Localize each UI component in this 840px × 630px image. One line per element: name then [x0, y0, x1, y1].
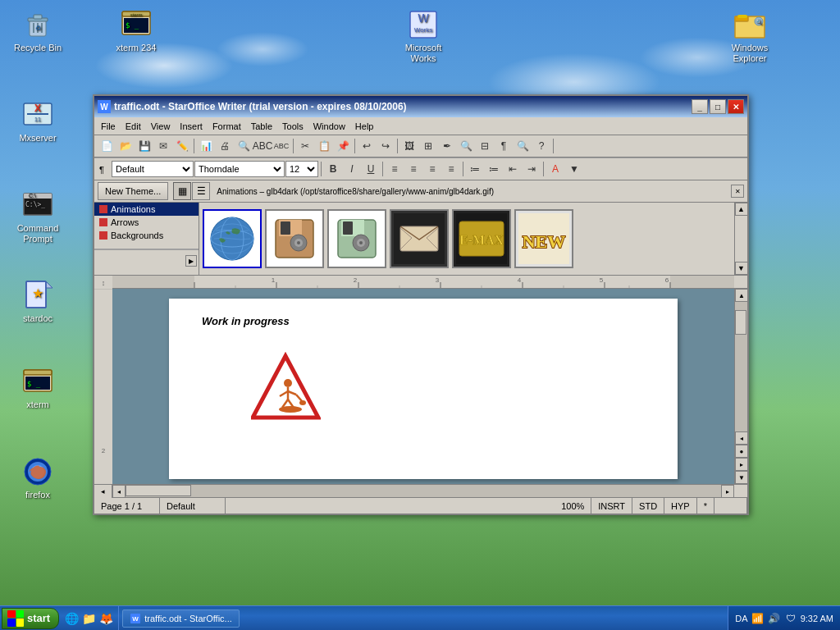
bold-btn[interactable]: B — [324, 160, 342, 178]
menu-table[interactable]: Table — [246, 120, 277, 133]
scroll-page-down-btn[interactable]: ▸ — [735, 458, 747, 471]
gallery-item-email[interactable] — [390, 209, 449, 268]
taskbar-window-button-writer[interactable]: W traffic.odt - StarOffic... — [122, 609, 240, 628]
paste-btn[interactable]: 📌 — [334, 137, 352, 155]
expand-btn[interactable]: ▶ — [94, 255, 199, 267]
gallery-close-btn[interactable]: ✕ — [731, 185, 744, 198]
gallery-category-arrows[interactable]: Arrows — [94, 216, 199, 229]
gallery-scroll-down-btn[interactable]: ▼ — [735, 262, 748, 275]
menu-tools[interactable]: Tools — [277, 120, 308, 133]
redo-btn[interactable]: ↪ — [377, 137, 395, 155]
menu-window[interactable]: Window — [308, 120, 350, 133]
gallery-grid-view-btn[interactable]: ▦ — [173, 182, 191, 200]
minimize-button[interactable]: _ — [692, 99, 708, 114]
list-btn[interactable]: ≔ — [466, 160, 484, 178]
scroll-nav-btn[interactable]: ● — [735, 445, 747, 458]
tray-volume-icon[interactable]: 🔊 — [768, 612, 781, 625]
desktop-icon-firefox[interactable]: firefox — [8, 455, 67, 500]
align-justify-btn[interactable]: ≡ — [442, 160, 460, 178]
scroll-down-btn[interactable]: ▼ — [735, 471, 747, 484]
gallery-btn[interactable]: 🖼 — [400, 137, 418, 155]
desktop-icon-xterm[interactable]: $ _ xterm — [8, 365, 67, 410]
gallery-category-backgrounds[interactable]: Backgrounds — [94, 229, 199, 242]
table-btn[interactable]: ⊞ — [419, 137, 437, 155]
pdf-btn[interactable]: 📊 — [197, 137, 215, 155]
align-left-btn[interactable]: ≡ — [386, 160, 404, 178]
nonprinting-btn[interactable]: ¶ — [495, 137, 513, 155]
spellcheck-btn[interactable]: ABC — [253, 137, 272, 155]
paragraph-icon[interactable]: ¶ — [98, 162, 111, 176]
indent-btn[interactable]: ⇥ — [523, 160, 541, 178]
desktop-icon-stardoc[interactable]: ★ stardoc — [8, 279, 67, 324]
draw-btn[interactable]: ✒ — [438, 137, 456, 155]
title-bar: W traffic.odt - StarOffice Writer (trial… — [94, 96, 747, 117]
undo-btn[interactable]: ↩ — [358, 137, 376, 155]
desktop-icon-windows-explorer[interactable]: 🔍 Windows Explorer — [720, 8, 779, 64]
desktop-icon-recycle-bin[interactable]: ♻ Recycle Bin — [8, 8, 67, 53]
gallery-category-animations[interactable]: Animations — [94, 203, 199, 216]
maximize-button[interactable]: □ — [710, 99, 726, 114]
start-label: start — [27, 612, 50, 624]
auto-btn[interactable]: ABC — [272, 137, 290, 155]
gallery-scroll-up-btn[interactable]: ▲ — [735, 203, 748, 216]
h-scroll-thumb[interactable] — [126, 485, 191, 496]
align-center-btn[interactable]: ≡ — [404, 160, 422, 178]
find-btn[interactable]: 🔍 — [457, 137, 475, 155]
menu-file[interactable]: File — [96, 120, 121, 133]
desktop-icon-ms-works[interactable]: W Works Microsoft Works — [394, 8, 453, 64]
datasource-btn[interactable]: ⊟ — [476, 137, 494, 155]
italic-btn[interactable]: I — [343, 160, 361, 178]
desktop-icon-mxserver[interactable]: X 11 Mxserver — [8, 98, 67, 144]
h-scroll-left-btn[interactable]: ◂ — [112, 485, 126, 498]
quick-browser-icon[interactable]: 🌐 — [64, 611, 79, 626]
fontsize-select[interactable]: 12 — [285, 161, 318, 177]
scroll-left-corner[interactable]: ◂ — [94, 485, 112, 498]
quick-folder-icon[interactable]: 📁 — [81, 611, 96, 626]
open-btn[interactable]: 📂 — [116, 137, 135, 155]
email-btn[interactable]: ✉ — [154, 137, 172, 155]
outdent-btn[interactable]: ⇤ — [504, 160, 522, 178]
copy-btn[interactable]: 📋 — [315, 137, 333, 155]
cut-btn[interactable]: ✂ — [296, 137, 314, 155]
help-btn[interactable]: ? — [532, 137, 550, 155]
new-theme-button[interactable]: New Theme... — [98, 182, 168, 200]
close-button[interactable]: ✕ — [728, 99, 744, 114]
gallery-item-floppy1[interactable] — [265, 209, 324, 268]
start-button[interactable]: start — [2, 608, 59, 629]
menu-help[interactable]: Help — [350, 120, 379, 133]
print-btn[interactable]: 🖨 — [216, 137, 234, 155]
font-select[interactable]: Thorndale — [194, 161, 285, 177]
doc-content-area[interactable]: Work in progress — [112, 289, 734, 484]
edit-btn[interactable]: ✏️ — [173, 137, 191, 155]
highlight-color-btn[interactable]: ▼ — [565, 160, 583, 178]
gallery-item-globe[interactable] — [203, 209, 262, 268]
status-page: Page 1 / 1 — [94, 498, 160, 514]
gallery-item-floppy2[interactable] — [327, 209, 386, 268]
save-btn[interactable]: 💾 — [135, 137, 153, 155]
menu-insert[interactable]: Insert — [175, 120, 208, 133]
menu-format[interactable]: Format — [208, 120, 246, 133]
underline-btn[interactable]: U — [362, 160, 380, 178]
zoom-btn[interactable]: 🔍 — [514, 137, 532, 155]
preview-btn[interactable]: 🔍 — [235, 137, 253, 155]
desktop-icon-command-prompt[interactable]: C:\ C:\>_ Command Prompt — [8, 189, 67, 244]
quick-firefox-icon[interactable]: 🦊 — [98, 611, 113, 626]
menu-edit[interactable]: Edit — [121, 120, 146, 133]
new-btn[interactable]: 📄 — [98, 137, 116, 155]
highlight-btn[interactable]: A — [546, 160, 564, 178]
menu-view[interactable]: View — [146, 120, 176, 133]
gallery-item-new[interactable]: NEW NEW — [514, 209, 573, 268]
scroll-thumb[interactable] — [735, 310, 746, 335]
scroll-up-btn[interactable]: ▲ — [735, 289, 747, 302]
style-select[interactable]: Default — [112, 161, 194, 177]
tray-antivirus-icon[interactable]: 🛡 — [784, 612, 797, 625]
numlist-btn[interactable]: ≔ — [485, 160, 503, 178]
desktop-icon-xterm234[interactable]: xterm $ _ xterm 234 — [107, 8, 166, 53]
firefox-icon — [21, 455, 54, 488]
h-scroll-right-btn[interactable]: ▸ — [721, 485, 734, 498]
gallery-item-emax[interactable]: E-MAX E-MAX — [452, 209, 511, 268]
scroll-page-up-btn[interactable]: ◂ — [735, 431, 747, 445]
align-right-btn[interactable]: ≡ — [423, 160, 441, 178]
tray-network-icon[interactable]: 📶 — [751, 612, 765, 625]
gallery-list-view-btn[interactable]: ☰ — [192, 182, 210, 200]
